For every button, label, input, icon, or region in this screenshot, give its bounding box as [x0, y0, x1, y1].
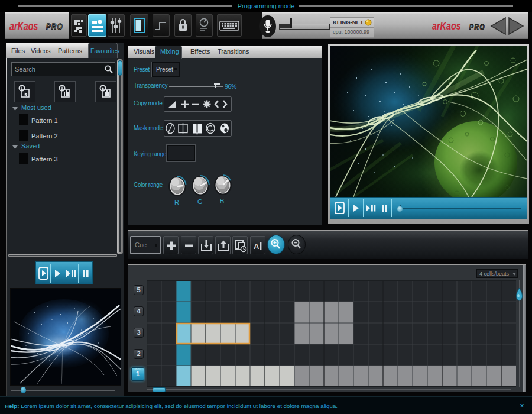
svg-text:A: A: [254, 242, 259, 251]
